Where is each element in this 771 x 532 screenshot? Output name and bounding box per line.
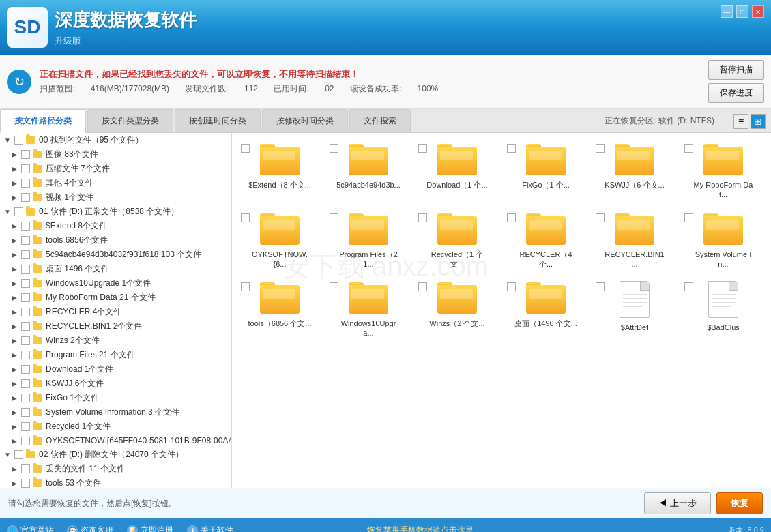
tree-checkbox-kswjj[interactable] — [21, 379, 30, 388]
tree-item-video[interactable]: ▶ 视频 1个文件 — [0, 190, 231, 205]
file-checkbox-roboform[interactable] — [684, 144, 693, 153]
tree-checkbox-win10[interactable] — [21, 279, 30, 288]
tree-checkbox-group02[interactable] — [14, 450, 23, 459]
tree-checkbox-download[interactable] — [21, 365, 30, 374]
maximize-button[interactable]: □ — [736, 5, 748, 18]
tree-toggle-desktop[interactable]: ▶ — [10, 265, 19, 274]
file-item-tools-grid[interactable]: tools（6856 个文... — [235, 275, 324, 344]
tab-by-type[interactable]: 按文件类型分类 — [87, 109, 173, 132]
tree-item-5c94[interactable]: ▶ 5c94acb4e94d3b4032f931f618 103 个文件 — [0, 248, 231, 262]
file-item-sysvolinfo[interactable]: System Volume In... — [679, 206, 768, 276]
tree-item-tools2[interactable]: ▶ tools 53 个文件 — [0, 476, 231, 488]
tree-item-recycler[interactable]: ▶ RECYCLER 4个文件 — [0, 305, 231, 319]
tree-checkbox-group01[interactable] — [14, 207, 23, 216]
tree-toggle-lost-files[interactable]: ▶ — [10, 464, 19, 474]
tree-item-tools[interactable]: ▶ tools 6856个文件 — [0, 233, 231, 248]
file-item-recyclerbin1-grid[interactable]: RECYCLER.BIN1 ... — [590, 206, 679, 276]
tree-toggle-download[interactable]: ▶ — [10, 365, 19, 374]
tree-checkbox-winzs[interactable] — [21, 336, 30, 345]
tree-checkbox-recycled[interactable] — [21, 422, 30, 431]
tree-item-win10[interactable]: ▶ Windows10Upgrade 1个文件 — [0, 276, 231, 291]
tab-search[interactable]: 文件搜索 — [349, 109, 411, 132]
tree-item-recyclerbin1[interactable]: ▶ RECYCLER.BIN1 2个文件 — [0, 319, 231, 334]
file-item-recycler-grid[interactable]: RECYCLER（4 个... — [501, 206, 590, 276]
footer-link-support[interactable]: 💬 咨询客服 — [67, 524, 113, 532]
tree-toggle-fixgo[interactable]: ▶ — [10, 394, 19, 403]
file-checkbox-recyclerbin1-grid[interactable] — [596, 213, 605, 222]
tree-checkbox-5c94[interactable] — [21, 250, 30, 259]
tree-checkbox-tools2[interactable] — [21, 479, 30, 488]
file-item-extend[interactable]: $Extend（8 个文... — [235, 136, 324, 206]
footer-link-website[interactable]: 🌐 官方网站 — [7, 524, 53, 532]
tree-toggle-tools[interactable]: ▶ — [10, 236, 19, 246]
tree-item-group02[interactable]: ▼ 02 软件 (D:) 删除文件（24070 个文件） — [0, 447, 231, 462]
tree-item-other[interactable]: ▶ 其他 4个文件 — [0, 176, 231, 190]
file-item-oyksoftnow[interactable]: OYKSOFTNOW.{6... — [235, 206, 324, 276]
tree-checkbox-roboform[interactable] — [21, 293, 30, 302]
file-checkbox-fixgo[interactable] — [507, 144, 516, 153]
tree-item-images[interactable]: ▶ 图像 83个文件 — [0, 147, 231, 162]
file-item-5c94[interactable]: 5c94acb4e94d3b... — [324, 136, 413, 206]
tree-toggle-programfiles[interactable]: ▶ — [10, 351, 19, 360]
tree-checkbox-recycler[interactable] — [21, 308, 30, 316]
tree-toggle-recycled[interactable]: ▶ — [10, 422, 19, 432]
tree-toggle-sysvolinfo[interactable]: ▶ — [10, 408, 19, 417]
file-checkbox-download[interactable] — [418, 144, 427, 153]
tree-toggle-5c94[interactable]: ▶ — [10, 250, 19, 260]
file-checkbox-tools-grid[interactable] — [241, 282, 250, 291]
tree-checkbox-programfiles[interactable] — [21, 351, 30, 359]
tab-by-path[interactable]: 按文件路径分类 — [0, 109, 86, 133]
tree-item-kswjj[interactable]: ▶ KSWJJ 6个文件 — [0, 376, 231, 391]
tree-toggle-tools2[interactable]: ▶ — [10, 479, 19, 488]
file-checkbox-oyksoftnow[interactable] — [241, 213, 250, 222]
tree-item-download[interactable]: ▶ Download 1个文件 — [0, 362, 231, 376]
list-view-button[interactable]: ≡ — [733, 114, 748, 129]
file-checkbox-5c94[interactable] — [330, 144, 338, 153]
file-checkbox-badclus[interactable] — [684, 282, 693, 291]
tree-checkbox-sysvolinfo[interactable] — [21, 408, 30, 417]
tree-toggle-roboform[interactable]: ▶ — [10, 293, 19, 303]
tree-toggle-group01[interactable]: ▼ — [3, 207, 12, 217]
tab-by-create-time[interactable]: 按创建时间分类 — [175, 109, 261, 132]
tree-toggle-oyksoftnow[interactable]: ▶ — [10, 436, 19, 445]
file-item-fixgo[interactable]: FixGo（1 个... — [501, 136, 590, 206]
file-item-recycled[interactable]: Recycled（1 个文... — [413, 206, 501, 276]
tree-checkbox-extend[interactable] — [21, 222, 30, 231]
tree-item-programfiles[interactable]: ▶ Program Files 21 个文件 — [0, 348, 231, 362]
tree-toggle-win10[interactable]: ▶ — [10, 279, 19, 289]
tree-item-oyksoftnow[interactable]: ▶ OYKSOFTNOW.{645FF040-5081-101B-9F08-00… — [0, 434, 231, 447]
restore-button[interactable]: 恢复 — [716, 492, 763, 514]
pause-scan-button[interactable]: 暂停扫描 — [708, 60, 764, 80]
file-item-programfiles[interactable]: Program Files（21... — [324, 206, 413, 276]
tree-checkbox-video[interactable] — [21, 193, 30, 202]
tree-checkbox-fixgo[interactable] — [21, 394, 30, 402]
tree-checkbox-lost-files[interactable] — [21, 464, 30, 473]
tree-item-desktop[interactable]: ▶ 桌面 1496 个文件 — [0, 262, 231, 276]
tab-by-modify-time[interactable]: 按修改时间分类 — [262, 109, 348, 132]
tree-item-fixgo[interactable]: ▶ FixGo 1个文件 — [0, 391, 231, 405]
save-progress-button[interactable]: 保存进度 — [708, 83, 764, 103]
file-checkbox-recycled[interactable] — [418, 213, 427, 222]
tree-item-sysvolinfo[interactable]: ▶ System Volume Information 3 个文件 — [0, 405, 231, 419]
file-checkbox-win10-grid[interactable] — [330, 282, 338, 291]
tree-checkbox-oyksoftnow[interactable] — [21, 437, 30, 445]
file-checkbox-winzs-grid[interactable] — [418, 282, 427, 291]
tree-item-extend[interactable]: ▶ $Extend 8个文件 — [0, 219, 231, 233]
tree-checkbox-other[interactable] — [21, 179, 30, 188]
tree-checkbox-images[interactable] — [21, 150, 30, 159]
file-item-badclus[interactable]: $BadClus — [679, 275, 768, 344]
file-checkbox-sysvolinfo[interactable] — [684, 213, 693, 222]
tree-toggle-video[interactable]: ▶ — [10, 193, 19, 203]
tree-toggle-extend[interactable]: ▶ — [10, 222, 19, 231]
back-button[interactable]: ◀ 上一步 — [644, 492, 711, 514]
tree-toggle-kswjj[interactable]: ▶ — [10, 379, 19, 389]
grid-view-button[interactable]: ⊞ — [751, 114, 766, 129]
footer-link-register[interactable]: 📝 立即注册 — [127, 524, 173, 532]
tree-item-group00[interactable]: ▼ 00 找到的文件（95 个文件） — [0, 133, 231, 147]
file-checkbox-extend[interactable] — [241, 144, 250, 153]
close-button[interactable]: ✕ — [752, 5, 764, 18]
file-checkbox-programfiles[interactable] — [330, 213, 338, 222]
file-item-attrdef[interactable]: $AttrDef — [590, 275, 679, 344]
file-checkbox-kswjj[interactable] — [596, 144, 605, 153]
minimize-button[interactable]: — — [721, 5, 733, 18]
